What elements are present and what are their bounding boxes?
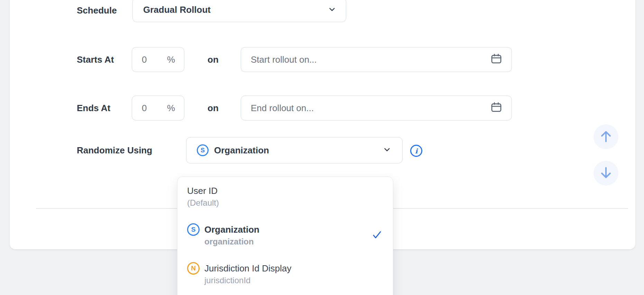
chevron-down-icon bbox=[327, 5, 337, 16]
end-date-field bbox=[241, 96, 512, 120]
randomize-using-select-value: Organization bbox=[214, 145, 269, 156]
scroll-down-button[interactable] bbox=[594, 161, 618, 186]
ends-at-percent-input[interactable] bbox=[142, 103, 160, 114]
end-date-input[interactable] bbox=[251, 103, 489, 114]
randomize-using-select[interactable]: S Organization bbox=[186, 137, 403, 163]
ends-at-percent-field: % bbox=[132, 96, 184, 120]
string-attribute-icon: S bbox=[187, 223, 200, 236]
percent-suffix: % bbox=[167, 54, 175, 65]
menu-item-title: Jurisdiction Id Display bbox=[204, 263, 291, 274]
ends-at-on-label: on bbox=[208, 102, 219, 114]
schedule-select-value: Gradual Rollout bbox=[143, 5, 211, 15]
percent-suffix: % bbox=[167, 103, 175, 114]
menu-item-subtitle: organization bbox=[204, 236, 259, 247]
menu-item-organization[interactable]: S Organization organization bbox=[187, 224, 383, 247]
arrow-down-icon bbox=[598, 165, 614, 182]
menu-item-user-id[interactable]: User ID (Default) bbox=[187, 185, 383, 208]
string-attribute-icon: S bbox=[197, 144, 209, 156]
starts-at-on-label: on bbox=[208, 54, 219, 65]
starts-at-percent-input[interactable] bbox=[142, 54, 160, 65]
starts-at-label: Starts At bbox=[77, 54, 114, 65]
number-attribute-icon: N bbox=[187, 262, 200, 275]
randomize-using-dropdown-menu: User ID (Default) S Organization organiz… bbox=[177, 177, 393, 295]
info-icon[interactable]: i bbox=[410, 145, 422, 157]
arrow-up-icon bbox=[598, 128, 614, 145]
schedule-select[interactable]: Gradual Rollout bbox=[132, 0, 346, 22]
menu-item-subtitle: (Default) bbox=[187, 198, 219, 208]
calendar-icon[interactable] bbox=[489, 100, 503, 116]
check-icon bbox=[371, 229, 383, 242]
chevron-down-icon bbox=[382, 145, 392, 156]
randomize-using-label: Randomize Using bbox=[77, 145, 152, 156]
starts-at-percent-field: % bbox=[132, 47, 184, 72]
menu-item-title: Organization bbox=[204, 224, 259, 235]
ends-at-label: Ends At bbox=[77, 102, 110, 114]
start-date-field bbox=[241, 47, 512, 72]
page: Schedule Gradual Rollout Starts At % on bbox=[0, 0, 644, 295]
scroll-up-button[interactable] bbox=[594, 124, 618, 149]
menu-item-subtitle: jurisdictionId bbox=[204, 275, 291, 286]
menu-item-title: User ID bbox=[187, 185, 219, 196]
start-date-input[interactable] bbox=[251, 54, 489, 65]
menu-item-jurisdiction-id-display[interactable]: N Jurisdiction Id Display jurisdictionId bbox=[187, 263, 383, 286]
schedule-label: Schedule bbox=[77, 5, 117, 16]
calendar-icon[interactable] bbox=[489, 52, 503, 67]
